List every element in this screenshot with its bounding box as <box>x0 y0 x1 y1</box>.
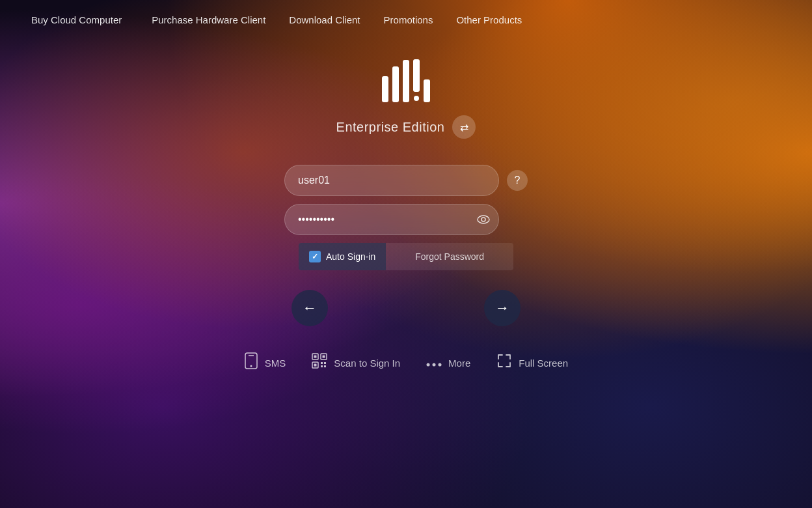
logo-dot <box>414 96 419 101</box>
more-label: More <box>448 358 470 369</box>
nav-buy-cloud[interactable]: Buy Cloud Computer <box>26 12 127 28</box>
sms-icon <box>244 352 258 373</box>
edition-label: Enterprise Edition <box>336 120 445 135</box>
logo-bar-3 <box>403 60 409 102</box>
bottom-bar: SMS Scan to Sign In <box>244 352 568 373</box>
logo-bar-5 <box>424 79 430 102</box>
more-item[interactable]: More <box>426 354 470 371</box>
checkbox-check: ✓ <box>312 252 318 261</box>
svg-point-0 <box>478 216 489 223</box>
svg-rect-13 <box>321 365 323 367</box>
logo-bar-4 <box>413 59 420 92</box>
auto-signin-label: Auto Sign-in <box>326 251 375 262</box>
svg-point-16 <box>433 363 436 367</box>
scan-item[interactable]: Scan to Sign In <box>312 353 400 373</box>
svg-rect-6 <box>314 356 317 358</box>
top-nav: Buy Cloud Computer Purchase Hardware Cli… <box>0 0 812 40</box>
username-row: ? <box>284 165 528 196</box>
logo-bar-2 <box>392 66 399 102</box>
edition-row: Enterprise Edition ⇄ <box>336 115 476 139</box>
back-button[interactable]: ← <box>291 290 328 326</box>
svg-point-1 <box>481 218 485 221</box>
svg-rect-10 <box>314 364 317 367</box>
username-input[interactable] <box>284 165 499 196</box>
main-content: Enterprise Edition ⇄ ? <box>0 59 812 373</box>
options-row: ✓ Auto Sign-in Forgot Password <box>299 243 513 270</box>
scan-label: Scan to Sign In <box>334 358 400 369</box>
password-input[interactable] <box>284 204 499 235</box>
forward-button[interactable]: → <box>484 290 521 326</box>
nav-other-products[interactable]: Other Products <box>451 12 527 28</box>
edition-switch-button[interactable]: ⇄ <box>452 115 476 139</box>
qr-icon <box>312 353 327 373</box>
nav-purchase-hardware[interactable]: Purchase Hardware Client <box>146 12 271 28</box>
svg-rect-14 <box>324 365 326 367</box>
help-button[interactable]: ? <box>507 170 528 191</box>
svg-point-15 <box>427 363 430 367</box>
auto-signin-checkbox[interactable]: ✓ <box>309 251 321 262</box>
fullscreen-label: Full Screen <box>519 358 568 369</box>
svg-point-4 <box>250 365 252 367</box>
nav-promotions[interactable]: Promotions <box>379 12 439 28</box>
more-icon <box>426 354 442 371</box>
password-wrapper <box>284 204 499 235</box>
svg-rect-11 <box>321 362 323 364</box>
logo <box>382 59 430 102</box>
action-row: ← → <box>291 290 521 326</box>
nav-download-client[interactable]: Download Client <box>284 12 365 28</box>
password-row <box>284 204 528 235</box>
forgot-password-link[interactable]: Forgot Password <box>386 244 513 270</box>
form-area: ? ✓ Auto Sign-in <box>0 165 812 346</box>
show-password-button[interactable] <box>477 215 490 224</box>
svg-rect-12 <box>324 362 326 364</box>
auto-signin-section[interactable]: ✓ Auto Sign-in <box>299 243 386 270</box>
fullscreen-icon <box>496 353 512 373</box>
svg-point-17 <box>439 363 442 367</box>
sms-item[interactable]: SMS <box>244 352 286 373</box>
svg-rect-8 <box>323 356 325 358</box>
eye-icon <box>477 215 490 224</box>
sms-label: SMS <box>265 358 286 369</box>
fullscreen-item[interactable]: Full Screen <box>496 353 568 373</box>
logo-bar-1 <box>382 76 388 102</box>
